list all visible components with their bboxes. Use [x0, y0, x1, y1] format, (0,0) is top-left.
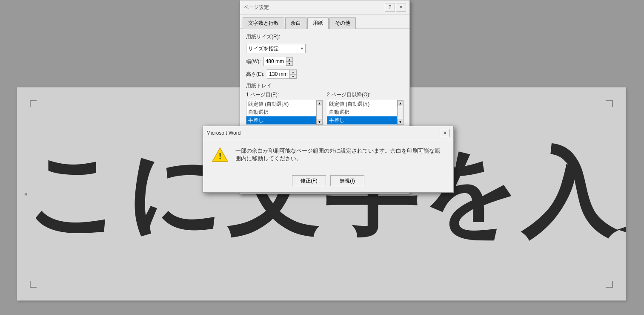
other-pages-label: 2 ページ目以降(O):	[327, 91, 404, 98]
tray-item-manual-1[interactable]: 手差し	[246, 116, 316, 124]
msword-content: ! 一部の余白が印刷可能なページ範囲の外に設定されています。余白を印刷可能な範囲…	[203, 140, 453, 171]
tray-item-default-1[interactable]: 既定値 (自動選択)	[246, 100, 316, 108]
warning-triangle-svg: !	[212, 147, 229, 162]
tray-section-label: 用紙トレイ	[246, 82, 404, 90]
width-spin-buttons: ▲ ▼	[286, 57, 293, 66]
tray-other-scroll-down[interactable]: ▼	[398, 119, 404, 125]
tab-mojisuu[interactable]: 文字数と行数	[243, 17, 284, 29]
width-spin-up[interactable]: ▲	[286, 57, 293, 61]
tray-first-page-listbox[interactable]: 既定値 (自動選択) 自動選択 手差し ▲ ▼	[246, 100, 323, 125]
height-spin-down[interactable]: ▼	[289, 74, 296, 78]
tabs-container: 文字数と行数 余白 用紙 その他	[240, 14, 409, 29]
height-spin-buttons: ▲ ▼	[289, 70, 296, 78]
msword-buttons: 修正(F) 無視(I)	[203, 171, 453, 192]
msword-message: 一部の余白が印刷可能なページ範囲の外に設定されています。余白を印刷可能な範囲内に…	[235, 147, 445, 162]
page-setup-close-button[interactable]: ×	[396, 3, 406, 12]
paper-size-select-wrapper: サイズを指定	[246, 44, 306, 53]
tray-first-scroll-down[interactable]: ▼	[317, 119, 323, 125]
tray-other-pages-items: 既定値 (自動選択) 自動選択 手差し	[327, 100, 397, 124]
tab-yohaku[interactable]: 余白	[285, 17, 306, 29]
tray-item-manual-2[interactable]: 手差し	[327, 116, 397, 124]
warning-icon: !	[212, 147, 229, 164]
dialog-controls: ? ×	[385, 3, 406, 12]
msword-title: Microsoft Word	[206, 130, 240, 136]
tray-other-scrollbar: ▲ ▼	[397, 100, 403, 125]
paper-size-select-row: サイズを指定	[246, 44, 404, 53]
ignore-button[interactable]: 無視(I)	[330, 175, 364, 186]
fix-button[interactable]: 修正(F)	[292, 175, 326, 186]
tray-item-auto-2[interactable]: 自動選択	[327, 108, 397, 116]
width-label: 幅(W):	[246, 58, 261, 65]
page-setup-titlebar: ページ設定 ? ×	[240, 0, 409, 14]
tray-first-page-items: 既定値 (自動選択) 自動選択 手差し	[246, 100, 316, 124]
paper-size-label: 用紙サイズ(R):	[246, 33, 280, 40]
height-row: 高さ(E): ▲ ▼	[246, 69, 404, 79]
svg-text:!: !	[219, 151, 222, 161]
height-input-wrapper: ▲ ▼	[267, 69, 297, 79]
msword-titlebar: Microsoft Word ×	[203, 126, 453, 140]
tray-other-scroll-up[interactable]: ▲	[398, 100, 404, 106]
page-setup-title: ページ設定	[243, 4, 269, 11]
height-label: 高さ(E):	[246, 71, 264, 78]
paper-size-row: 用紙サイズ(R):	[246, 33, 404, 40]
tray-first-page-col: 1 ページ目(E): 既定値 (自動選択) 自動選択 手差し ▲ ▼	[246, 91, 323, 125]
tab-sonota[interactable]: その他	[329, 17, 356, 29]
msword-close-button[interactable]: ×	[440, 129, 450, 137]
tray-first-scroll-up[interactable]: ▲	[317, 100, 323, 106]
tray-item-default-2[interactable]: 既定値 (自動選択)	[327, 100, 397, 108]
help-button[interactable]: ?	[385, 3, 395, 12]
first-page-label: 1 ページ目(E):	[246, 91, 323, 98]
width-row: 幅(W): ▲ ▼	[246, 57, 404, 66]
tab-youshi[interactable]: 用紙	[307, 17, 329, 29]
height-spin-up[interactable]: ▲	[289, 70, 296, 74]
tray-item-auto-1[interactable]: 自動選択	[246, 108, 316, 116]
tray-section: 1 ページ目(E): 既定値 (自動選択) 自動選択 手差し ▲ ▼	[246, 91, 404, 125]
paper-size-select[interactable]: サイズを指定	[246, 44, 306, 53]
width-spin-down[interactable]: ▼	[286, 61, 293, 66]
tray-other-pages-col: 2 ページ目以降(O): 既定値 (自動選択) 自動選択 手差し ▲ ▼	[327, 91, 404, 125]
tray-first-scrollbar: ▲ ▼	[316, 100, 322, 125]
width-input-wrapper: ▲ ▼	[263, 57, 293, 66]
tray-other-pages-listbox[interactable]: 既定値 (自動選択) 自動選択 手差し ▲ ▼	[327, 100, 404, 125]
msword-dialog: Microsoft Word × ! 一部の余白が印刷可能なページ範囲の外に設定…	[203, 126, 454, 193]
